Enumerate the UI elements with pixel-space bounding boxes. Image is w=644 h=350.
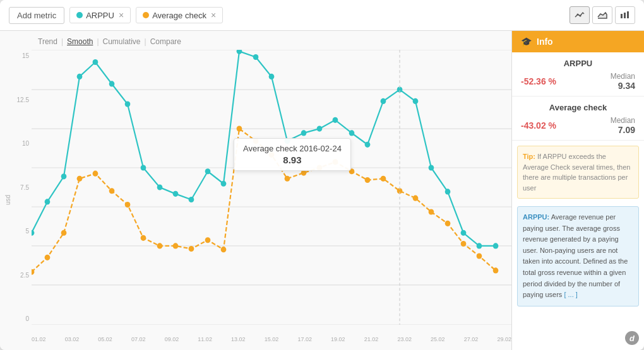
x-label-27: 27.02 bbox=[464, 336, 479, 342]
svg-point-35 bbox=[413, 98, 419, 104]
compare-nav[interactable]: Compare bbox=[150, 37, 181, 46]
svg-point-1 bbox=[580, 15, 581, 17]
svg-point-47 bbox=[125, 202, 131, 207]
arppu-close[interactable]: × bbox=[119, 10, 124, 20]
chart-wrapper: usd 0 2.5 5 7.5 10 12.5 15 bbox=[0, 50, 511, 350]
x-label-21: 21.02 bbox=[364, 336, 379, 342]
svg-rect-3 bbox=[624, 13, 626, 18]
svg-point-49 bbox=[157, 243, 163, 248]
trend-nav[interactable]: Trend bbox=[38, 37, 57, 46]
arppu-median-value: 9.34 bbox=[611, 81, 635, 91]
svg-point-51 bbox=[189, 246, 194, 252]
smooth-nav[interactable]: Smooth bbox=[67, 37, 93, 46]
svg-point-69 bbox=[477, 253, 482, 259]
svg-point-48 bbox=[141, 235, 146, 241]
svg-point-65 bbox=[413, 195, 419, 201]
svg-point-59 bbox=[317, 165, 323, 170]
svg-point-56 bbox=[269, 152, 275, 158]
svg-point-18 bbox=[141, 165, 146, 170]
x-label-19: 19.02 bbox=[331, 336, 345, 342]
y-label-4: 10 bbox=[9, 140, 29, 147]
svg-rect-2 bbox=[621, 14, 623, 18]
svg-point-15 bbox=[93, 59, 98, 65]
x-label-23: 23.02 bbox=[397, 336, 412, 342]
area-chart-button[interactable] bbox=[592, 6, 612, 24]
svg-point-54 bbox=[237, 125, 242, 131]
svg-point-70 bbox=[493, 267, 499, 273]
svg-point-24 bbox=[237, 50, 242, 54]
svg-point-37 bbox=[445, 189, 451, 194]
avg-check-section: Average check -43.02 % Median 7.09 bbox=[512, 96, 644, 141]
svg-point-0 bbox=[577, 14, 579, 16]
arppu-dot-0 bbox=[32, 230, 34, 236]
svg-point-60 bbox=[333, 159, 338, 165]
svg-point-63 bbox=[381, 176, 386, 182]
svg-point-44 bbox=[77, 176, 83, 182]
x-label-03: 03.02 bbox=[65, 336, 80, 342]
svg-rect-4 bbox=[627, 11, 629, 18]
arppu-definition-box: ARPPU: Average revenue per paying user. … bbox=[517, 206, 639, 306]
arppu-median-label: Median bbox=[611, 72, 635, 81]
x-label-13: 13.02 bbox=[231, 336, 246, 342]
x-label-07: 07.02 bbox=[131, 336, 146, 342]
x-label-17: 17.02 bbox=[297, 336, 312, 342]
svg-point-57 bbox=[285, 176, 290, 182]
x-label-11: 11.02 bbox=[198, 336, 212, 342]
x-axis: 01.02 03.02 05.02 07.02 09.02 11.02 13.0… bbox=[32, 328, 511, 350]
graduation-icon: 🎓 bbox=[521, 37, 532, 47]
add-metric-button[interactable]: Add metric bbox=[9, 7, 64, 24]
svg-point-22 bbox=[205, 168, 211, 174]
tip-text: If ARPPU exceeds the Average Check sever… bbox=[523, 153, 630, 192]
avg-check-stats: -43.02 % Median 7.09 bbox=[521, 116, 635, 135]
watermark: d bbox=[625, 331, 639, 345]
svg-point-43 bbox=[61, 230, 67, 236]
svg-point-40 bbox=[493, 243, 499, 248]
arppu-section-title: ARPPU bbox=[521, 59, 635, 68]
svg-point-39 bbox=[477, 243, 482, 248]
x-label-29: 29.02 bbox=[497, 336, 511, 342]
svg-point-42 bbox=[45, 255, 51, 260]
arppu-tag: ARPPU × bbox=[69, 7, 131, 23]
svg-point-14 bbox=[77, 74, 83, 79]
svg-point-30 bbox=[333, 117, 338, 123]
cumulative-nav[interactable]: Cumulative bbox=[103, 37, 141, 46]
avg-check-dot bbox=[143, 12, 149, 18]
svg-point-68 bbox=[461, 241, 467, 247]
y-label-5: 12.5 bbox=[9, 96, 29, 103]
svg-point-50 bbox=[173, 243, 179, 248]
bar-chart-icon bbox=[620, 11, 630, 20]
y-label-1: 2.5 bbox=[9, 272, 29, 279]
svg-point-26 bbox=[269, 74, 275, 79]
svg-point-53 bbox=[221, 247, 227, 252]
y-axis: 0 2.5 5 7.5 10 12.5 15 bbox=[9, 50, 29, 325]
avg-check-line bbox=[32, 129, 496, 272]
svg-point-46 bbox=[109, 188, 115, 194]
svg-point-52 bbox=[205, 237, 211, 243]
avg-check-section-title: Average check bbox=[521, 103, 635, 112]
arppu-more-link[interactable]: [ ... ] bbox=[564, 291, 577, 298]
top-bar: Add metric ARPPU × Average check × bbox=[0, 0, 644, 31]
info-header: 🎓 Info bbox=[512, 31, 644, 52]
y-label-0: 0 bbox=[9, 315, 29, 322]
svg-point-23 bbox=[221, 181, 227, 187]
svg-point-13 bbox=[61, 173, 67, 179]
line-chart-icon bbox=[575, 11, 585, 20]
svg-point-58 bbox=[301, 170, 307, 175]
line-chart-button[interactable] bbox=[569, 6, 590, 24]
area-chart-icon bbox=[597, 11, 607, 20]
arppu-dot bbox=[76, 12, 83, 18]
info-header-title: Info bbox=[537, 37, 553, 47]
avg-check-close[interactable]: × bbox=[211, 10, 216, 20]
svg-point-66 bbox=[429, 209, 434, 214]
chart-svg bbox=[32, 50, 511, 325]
svg-point-20 bbox=[173, 191, 179, 197]
svg-point-33 bbox=[381, 98, 386, 104]
avg-check-median-value: 7.09 bbox=[611, 125, 635, 135]
chart-nav: Trend | Smooth | Cumulative | Compare bbox=[0, 37, 511, 50]
x-label-25: 25.02 bbox=[431, 336, 445, 342]
y-label-6: 15 bbox=[9, 52, 29, 59]
arppu-median: Median 9.34 bbox=[611, 72, 635, 91]
tip-label: Tip: bbox=[523, 153, 535, 160]
bar-chart-button[interactable] bbox=[615, 6, 635, 24]
svg-point-45 bbox=[93, 171, 98, 177]
